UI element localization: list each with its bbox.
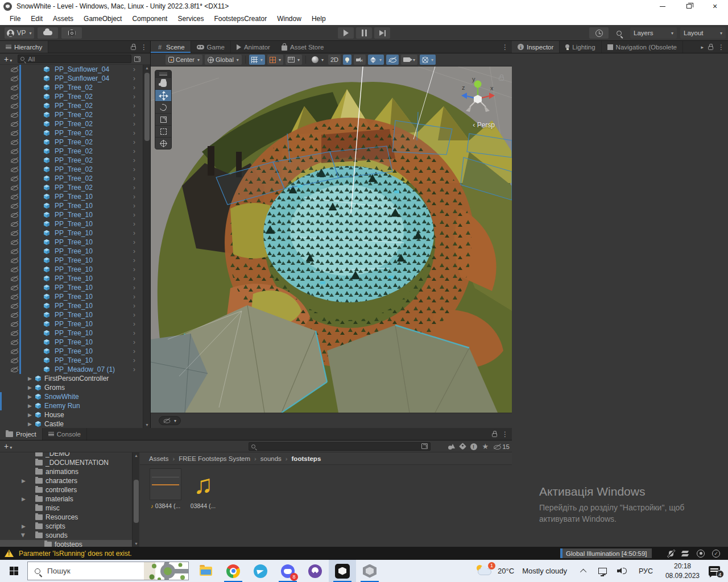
folder-row[interactable]: ▶ _DOCUMENTATION — [0, 458, 139, 467]
folder-row[interactable]: ▶ misc — [0, 504, 139, 513]
hierarchy-item[interactable]: ▶ PP_Tree_02 › — [0, 138, 143, 147]
close-button[interactable]: × — [702, 0, 728, 13]
chevron-right-icon[interactable]: › — [133, 84, 135, 92]
hierarchy-item[interactable]: ▶ PP_Tree_02 › — [0, 183, 143, 192]
layers-dropdown[interactable]: Layers — [630, 27, 677, 39]
hierarchy-item[interactable]: ▶ PP_Tree_02 › — [0, 110, 143, 119]
chevron-right-icon[interactable]: › — [133, 211, 135, 219]
chevron-right-icon[interactable]: › — [133, 111, 135, 119]
hierarchy-item[interactable]: ▶ PP_Tree_10 › — [0, 347, 143, 356]
hierarchy-item[interactable]: ▶ PP_Tree_10 › — [0, 338, 143, 347]
expand-arrow-icon[interactable]: ▶ — [28, 403, 32, 409]
hierarchy-item[interactable]: ▶ PP_Tree_02 › — [0, 174, 143, 183]
chevron-right-icon[interactable]: › — [133, 356, 135, 364]
hierarchy-item[interactable]: ▶ PP_Tree_10 › — [0, 219, 143, 228]
hierarchy-item[interactable]: ▶ PP_Sunflower_04 › — [0, 74, 143, 83]
hierarchy-item[interactable]: ▶ House › — [0, 410, 143, 419]
tab-inspector[interactable]: i Inspector — [512, 41, 560, 53]
chevron-right-icon[interactable]: › — [133, 129, 135, 137]
chevron-right-icon[interactable]: › — [133, 156, 135, 164]
tab-lighting[interactable]: Lighting — [560, 41, 601, 53]
folder-row[interactable]: ▶ footsteps — [0, 540, 139, 547]
tab-game[interactable]: Game — [191, 41, 231, 53]
menu-item[interactable]: Help — [307, 13, 331, 25]
scrollbar-thumb[interactable] — [144, 73, 150, 141]
auto-light-icon[interactable] — [697, 550, 705, 558]
menu-item[interactable]: Component — [127, 13, 172, 25]
chevron-right-icon[interactable]: › — [133, 338, 135, 346]
undo-history-button[interactable] — [589, 27, 609, 39]
chevron-right-icon[interactable]: › — [133, 365, 135, 373]
layout-dropdown[interactable]: Layout — [680, 27, 726, 39]
gizmos-dropdown[interactable] — [420, 55, 436, 65]
discord-taskbar-icon[interactable]: 8 — [274, 560, 301, 582]
hierarchy-item[interactable]: ▶ PP_Tree_10 › — [0, 319, 143, 329]
menu-item[interactable]: Services — [172, 13, 209, 25]
menu-item[interactable]: Window — [272, 13, 307, 25]
search-button[interactable] — [611, 27, 627, 39]
kebab-menu-icon[interactable]: ⋮ — [140, 43, 147, 51]
hierarchy-item[interactable]: ▶ PP_Tree_10 › — [0, 329, 143, 338]
weather-desc[interactable]: Mostly cloudy — [522, 567, 567, 575]
project-search-input[interactable] — [258, 442, 419, 450]
scene-visibility-overlay[interactable] — [159, 416, 181, 425]
scrollbar-thumb[interactable] — [134, 480, 139, 523]
breadcrumb-package[interactable]: FREE Footsteps System — [179, 455, 250, 462]
play-button[interactable] — [338, 27, 354, 39]
chevron-right-icon[interactable]: › — [133, 238, 135, 246]
tab-overflow-icon[interactable]: ▸ — [701, 44, 704, 50]
expand-arrow-icon[interactable]: ▶ — [28, 394, 32, 400]
hierarchy-search-input[interactable] — [27, 55, 129, 63]
chevron-right-icon[interactable]: › — [133, 93, 135, 101]
chevron-right-icon[interactable]: › — [133, 265, 135, 273]
chevron-right-icon[interactable]: › — [133, 311, 135, 319]
hierarchy-item[interactable]: ▶ PP_Tree_10 › — [0, 274, 143, 283]
label-filter-icon[interactable] — [459, 443, 466, 450]
tool-handle-pivot-dropdown[interactable]: Center — [166, 55, 202, 65]
unity-editor-taskbar-icon[interactable] — [356, 560, 383, 582]
expand-arrow-icon[interactable]: ▶ — [22, 496, 26, 502]
hierarchy-item[interactable]: ▶ PP_Tree_10 › — [0, 247, 143, 256]
snap-toggle[interactable] — [267, 55, 283, 65]
expand-arrow-icon[interactable]: ▶ — [28, 421, 32, 427]
folder-row[interactable]: ▶ materials — [0, 494, 139, 504]
scene-lighting-toggle[interactable] — [343, 55, 351, 65]
hierarchy-item[interactable]: ▶ PP_Tree_02 › — [0, 156, 143, 165]
folder-row[interactable]: ▶ Resources — [0, 513, 139, 522]
version-control-button[interactable] — [61, 27, 82, 39]
expand-arrow-icon[interactable]: ▶ — [22, 478, 26, 484]
taskbar-search[interactable] — [27, 562, 189, 580]
taskbar-search-input[interactable] — [46, 566, 109, 576]
orientation-gizmo[interactable]: y x z — [456, 76, 499, 119]
chevron-right-icon[interactable]: › — [133, 293, 135, 301]
folder-row[interactable]: ▶ sounds — [0, 531, 139, 540]
chevron-right-icon[interactable]: › — [133, 229, 135, 237]
hierarchy-item[interactable]: ▶ PP_Tree_10 › — [0, 238, 143, 247]
menu-item[interactable]: Edit — [26, 13, 48, 25]
chevron-right-icon[interactable]: › — [133, 302, 135, 310]
scroll-down-icon[interactable]: ▼ — [133, 542, 140, 546]
hierarchy-item[interactable]: ▶ PP_Tree_10 › — [0, 283, 143, 292]
console-status-message[interactable]: Parameter 'IsRunning' does not exist. — [19, 550, 132, 558]
tool-handle-rotation-dropdown[interactable]: Global — [205, 55, 242, 65]
kebab-menu-icon[interactable]: ⋮ — [718, 43, 725, 51]
expand-arrow-icon[interactable]: ▶ — [28, 412, 32, 418]
restore-button[interactable] — [676, 0, 702, 13]
hierarchy-item[interactable]: ▶ PP_Tree_10 › — [0, 192, 143, 201]
import-log-icon[interactable]: ! — [470, 443, 477, 450]
hierarchy-item[interactable]: ▶ PP_Meadow_07 (1) › — [0, 365, 143, 374]
hierarchy-item[interactable]: ▶ FirstPersonController › — [0, 374, 143, 383]
weather-temp[interactable]: 20°C — [498, 567, 514, 575]
gi-progress[interactable]: Global Illumination [4:50:59] — [560, 548, 652, 558]
tree-scrollbar[interactable]: ▲ ▼ — [132, 452, 139, 547]
effects-dropdown[interactable] — [368, 55, 384, 65]
menu-item[interactable]: FootstepsCreator — [209, 13, 272, 25]
folder-row[interactable]: ▶ controllers — [0, 485, 139, 494]
favorites-icon[interactable]: ★ — [482, 443, 489, 450]
hierarchy-item[interactable]: ▶ PP_Tree_02 › — [0, 101, 143, 110]
minimize-button[interactable] — [650, 0, 676, 13]
asset-type-filter-icon[interactable] — [448, 444, 455, 450]
tray-expand-icon[interactable] — [580, 568, 586, 575]
chevron-right-icon[interactable]: › — [133, 138, 135, 146]
chevron-right-icon[interactable]: › — [133, 320, 135, 328]
